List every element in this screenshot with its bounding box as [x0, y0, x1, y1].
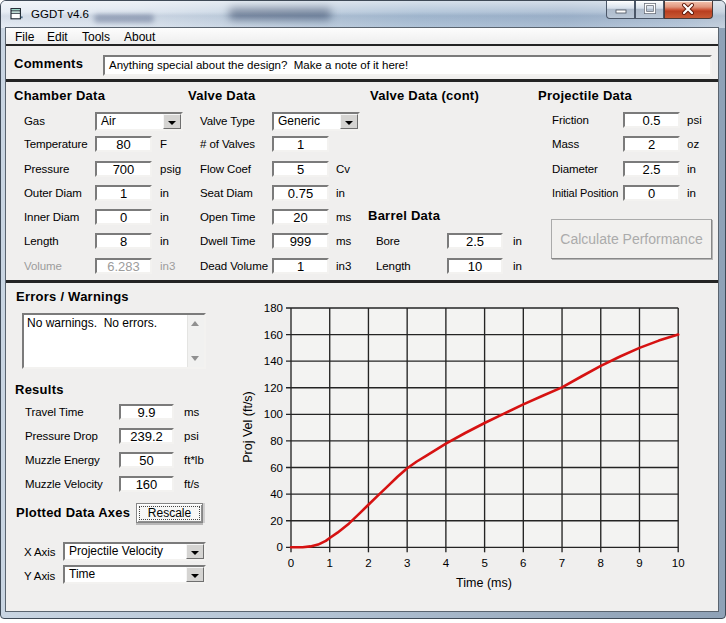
svg-text:60: 60	[270, 462, 283, 474]
svg-text:0: 0	[277, 541, 283, 553]
svg-text:6: 6	[520, 557, 526, 569]
svg-text:20: 20	[270, 515, 283, 527]
svg-text:140: 140	[264, 355, 283, 367]
svg-text:80: 80	[270, 435, 283, 447]
svg-text:2: 2	[365, 557, 371, 569]
svg-text:160: 160	[264, 329, 283, 341]
svg-text:180: 180	[264, 302, 283, 314]
svg-text:120: 120	[264, 382, 283, 394]
svg-text:Proj Vel (ft/s): Proj Vel (ft/s)	[241, 391, 255, 463]
svg-text:8: 8	[598, 557, 604, 569]
svg-text:1: 1	[326, 557, 332, 569]
svg-text:9: 9	[636, 557, 642, 569]
svg-text:100: 100	[264, 408, 283, 420]
svg-text:3: 3	[404, 557, 410, 569]
svg-text:Time (ms): Time (ms)	[456, 576, 512, 590]
svg-text:5: 5	[481, 557, 487, 569]
svg-text:0: 0	[288, 557, 294, 569]
svg-text:7: 7	[559, 557, 565, 569]
svg-text:10: 10	[672, 557, 685, 569]
svg-text:4: 4	[443, 557, 450, 569]
svg-text:40: 40	[270, 488, 283, 500]
